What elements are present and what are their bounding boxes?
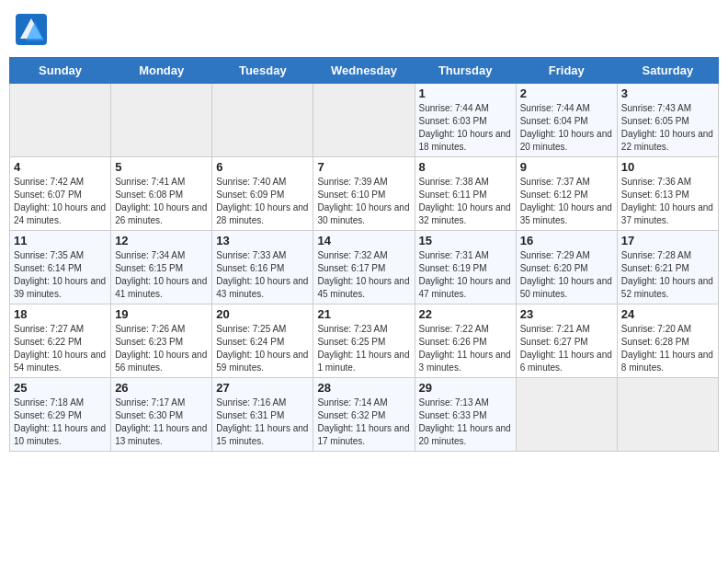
day-info: Sunrise: 7:31 AM Sunset: 6:19 PM Dayligh… <box>419 249 512 301</box>
calendar-cell <box>516 378 617 452</box>
day-info: Sunrise: 7:34 AM Sunset: 6:15 PM Dayligh… <box>115 249 208 301</box>
calendar-week-row: 1Sunrise: 7:44 AM Sunset: 6:03 PM Daylig… <box>10 84 719 157</box>
calendar-cell: 24Sunrise: 7:20 AM Sunset: 6:28 PM Dayli… <box>617 304 718 378</box>
calendar-cell: 23Sunrise: 7:21 AM Sunset: 6:27 PM Dayli… <box>516 304 617 378</box>
day-number: 29 <box>419 381 512 395</box>
day-number: 21 <box>317 307 410 321</box>
calendar-cell: 25Sunrise: 7:18 AM Sunset: 6:29 PM Dayli… <box>10 378 111 452</box>
day-number: 8 <box>419 160 512 174</box>
day-number: 3 <box>621 86 714 100</box>
calendar-cell: 9Sunrise: 7:37 AM Sunset: 6:12 PM Daylig… <box>516 157 617 231</box>
day-number: 20 <box>216 307 309 321</box>
calendar-cell: 2Sunrise: 7:44 AM Sunset: 6:04 PM Daylig… <box>516 84 617 157</box>
day-of-week-header: Wednesday <box>313 58 415 84</box>
day-of-week-header: Monday <box>111 58 212 84</box>
calendar-cell: 22Sunrise: 7:22 AM Sunset: 6:26 PM Dayli… <box>415 304 516 378</box>
day-info: Sunrise: 7:17 AM Sunset: 6:30 PM Dayligh… <box>115 396 208 448</box>
day-info: Sunrise: 7:35 AM Sunset: 6:14 PM Dayligh… <box>14 249 107 301</box>
day-number: 9 <box>520 160 613 174</box>
day-number: 7 <box>317 160 410 174</box>
day-info: Sunrise: 7:23 AM Sunset: 6:25 PM Dayligh… <box>317 323 410 374</box>
day-info: Sunrise: 7:41 AM Sunset: 6:08 PM Dayligh… <box>115 176 208 227</box>
day-info: Sunrise: 7:27 AM Sunset: 6:22 PM Dayligh… <box>14 323 107 374</box>
calendar-cell: 3Sunrise: 7:43 AM Sunset: 6:05 PM Daylig… <box>617 84 718 157</box>
day-info: Sunrise: 7:29 AM Sunset: 6:20 PM Dayligh… <box>520 249 613 301</box>
day-info: Sunrise: 7:26 AM Sunset: 6:23 PM Dayligh… <box>115 323 208 374</box>
calendar-cell: 16Sunrise: 7:29 AM Sunset: 6:20 PM Dayli… <box>516 231 617 304</box>
day-number: 16 <box>520 234 613 247</box>
day-info: Sunrise: 7:38 AM Sunset: 6:11 PM Dayligh… <box>419 176 512 227</box>
day-info: Sunrise: 7:22 AM Sunset: 6:26 PM Dayligh… <box>419 323 512 374</box>
day-number: 5 <box>115 160 208 174</box>
day-number: 12 <box>115 234 208 247</box>
day-info: Sunrise: 7:40 AM Sunset: 6:09 PM Dayligh… <box>216 176 309 227</box>
day-number: 1 <box>419 86 512 100</box>
day-info: Sunrise: 7:13 AM Sunset: 6:33 PM Dayligh… <box>419 396 512 448</box>
day-info: Sunrise: 7:14 AM Sunset: 6:32 PM Dayligh… <box>317 396 410 448</box>
day-number: 13 <box>216 234 309 247</box>
day-number: 22 <box>419 307 512 321</box>
calendar-cell <box>212 84 313 157</box>
calendar-cell: 28Sunrise: 7:14 AM Sunset: 6:32 PM Dayli… <box>313 378 415 452</box>
calendar-week-row: 25Sunrise: 7:18 AM Sunset: 6:29 PM Dayli… <box>10 378 719 452</box>
day-number: 10 <box>621 160 714 174</box>
calendar-cell: 10Sunrise: 7:36 AM Sunset: 6:13 PM Dayli… <box>617 157 718 231</box>
calendar-week-row: 4Sunrise: 7:42 AM Sunset: 6:07 PM Daylig… <box>10 157 719 231</box>
calendar-cell: 11Sunrise: 7:35 AM Sunset: 6:14 PM Dayli… <box>10 231 111 304</box>
day-info: Sunrise: 7:33 AM Sunset: 6:16 PM Dayligh… <box>216 249 309 301</box>
header <box>9 9 719 50</box>
calendar-cell: 8Sunrise: 7:38 AM Sunset: 6:11 PM Daylig… <box>415 157 516 231</box>
day-info: Sunrise: 7:36 AM Sunset: 6:13 PM Dayligh… <box>621 176 714 227</box>
day-number: 4 <box>14 160 107 174</box>
day-number: 28 <box>317 381 410 395</box>
day-number: 2 <box>520 86 613 100</box>
day-info: Sunrise: 7:32 AM Sunset: 6:17 PM Dayligh… <box>317 249 410 301</box>
day-number: 15 <box>419 234 512 247</box>
calendar-cell <box>10 84 111 157</box>
calendar-cell <box>111 84 212 157</box>
day-number: 23 <box>520 307 613 321</box>
day-info: Sunrise: 7:42 AM Sunset: 6:07 PM Dayligh… <box>14 176 107 227</box>
day-info: Sunrise: 7:44 AM Sunset: 6:04 PM Dayligh… <box>520 102 613 154</box>
calendar-cell: 6Sunrise: 7:40 AM Sunset: 6:09 PM Daylig… <box>212 157 313 231</box>
calendar-cell <box>617 378 718 452</box>
calendar-header-row: SundayMondayTuesdayWednesdayThursdayFrid… <box>10 58 719 84</box>
calendar-cell: 5Sunrise: 7:41 AM Sunset: 6:08 PM Daylig… <box>111 157 212 231</box>
calendar-week-row: 11Sunrise: 7:35 AM Sunset: 6:14 PM Dayli… <box>10 231 719 304</box>
day-info: Sunrise: 7:25 AM Sunset: 6:24 PM Dayligh… <box>216 323 309 374</box>
calendar-cell: 29Sunrise: 7:13 AM Sunset: 6:33 PM Dayli… <box>415 378 516 452</box>
calendar-cell: 12Sunrise: 7:34 AM Sunset: 6:15 PM Dayli… <box>111 231 212 304</box>
calendar-cell: 19Sunrise: 7:26 AM Sunset: 6:23 PM Dayli… <box>111 304 212 378</box>
day-number: 27 <box>216 381 309 395</box>
calendar-cell: 1Sunrise: 7:44 AM Sunset: 6:03 PM Daylig… <box>415 84 516 157</box>
day-info: Sunrise: 7:16 AM Sunset: 6:31 PM Dayligh… <box>216 396 309 448</box>
day-info: Sunrise: 7:18 AM Sunset: 6:29 PM Dayligh… <box>14 396 107 448</box>
day-number: 6 <box>216 160 309 174</box>
calendar-week-row: 18Sunrise: 7:27 AM Sunset: 6:22 PM Dayli… <box>10 304 719 378</box>
calendar-cell: 4Sunrise: 7:42 AM Sunset: 6:07 PM Daylig… <box>10 157 111 231</box>
day-number: 19 <box>115 307 208 321</box>
day-of-week-header: Saturday <box>617 58 718 84</box>
logo <box>15 13 51 46</box>
day-info: Sunrise: 7:39 AM Sunset: 6:10 PM Dayligh… <box>317 176 410 227</box>
calendar-cell: 21Sunrise: 7:23 AM Sunset: 6:25 PM Dayli… <box>313 304 415 378</box>
calendar-cell: 15Sunrise: 7:31 AM Sunset: 6:19 PM Dayli… <box>415 231 516 304</box>
calendar-cell: 20Sunrise: 7:25 AM Sunset: 6:24 PM Dayli… <box>212 304 313 378</box>
calendar-cell <box>313 84 415 157</box>
day-number: 26 <box>115 381 208 395</box>
day-number: 18 <box>14 307 107 321</box>
day-of-week-header: Sunday <box>10 58 111 84</box>
day-info: Sunrise: 7:37 AM Sunset: 6:12 PM Dayligh… <box>520 176 613 227</box>
day-of-week-header: Tuesday <box>212 58 313 84</box>
day-info: Sunrise: 7:28 AM Sunset: 6:21 PM Dayligh… <box>621 249 714 301</box>
calendar-table: SundayMondayTuesdayWednesdayThursdayFrid… <box>9 57 719 452</box>
day-number: 11 <box>14 234 107 247</box>
calendar-cell: 18Sunrise: 7:27 AM Sunset: 6:22 PM Dayli… <box>10 304 111 378</box>
day-number: 17 <box>621 234 714 247</box>
day-info: Sunrise: 7:44 AM Sunset: 6:03 PM Dayligh… <box>419 102 512 154</box>
calendar-cell: 26Sunrise: 7:17 AM Sunset: 6:30 PM Dayli… <box>111 378 212 452</box>
calendar-cell: 14Sunrise: 7:32 AM Sunset: 6:17 PM Dayli… <box>313 231 415 304</box>
day-number: 25 <box>14 381 107 395</box>
calendar-cell: 7Sunrise: 7:39 AM Sunset: 6:10 PM Daylig… <box>313 157 415 231</box>
day-of-week-header: Friday <box>516 58 617 84</box>
